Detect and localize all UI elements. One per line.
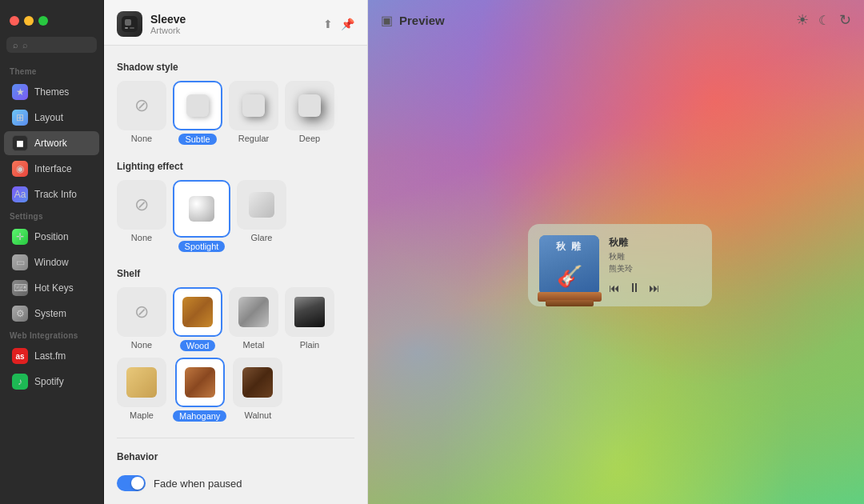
lighting-none-label: None [131, 233, 152, 242]
widget-artist: 熊美玲 [609, 263, 701, 274]
prev-icon[interactable]: ⏮ [609, 282, 620, 294]
sidebar-item-label: Themes [34, 86, 69, 98]
shelf-walnut-option[interactable]: Walnut [233, 358, 282, 422]
sidebar-item-themes[interactable]: ★ Themes [4, 80, 99, 104]
shelf-title: Shelf [117, 268, 354, 279]
sidebar-item-hotkeys[interactable]: ⌨ Hot Keys [4, 276, 99, 300]
sidebar-item-layout[interactable]: ⊞ Layout [4, 106, 99, 130]
artwork-icon: ◼ [12, 135, 28, 151]
preview-title: Preview [399, 14, 445, 27]
search-input[interactable] [22, 40, 90, 50]
svg-rect-3 [130, 27, 134, 29]
shelf-options: ⊘ None Wood Metal [117, 287, 354, 422]
close-button[interactable] [10, 16, 19, 26]
shelf-base [546, 300, 594, 306]
lighting-glare-box [237, 180, 286, 230]
shelf-maple-option[interactable]: Maple [117, 358, 166, 422]
shelf-row-1: ⊘ None Wood Metal [117, 287, 354, 351]
fade-when-paused-toggle[interactable] [117, 475, 146, 491]
next-icon[interactable]: ⏭ [649, 282, 660, 294]
shelf-plain-option[interactable]: Plain [285, 287, 334, 351]
spotify-icon: ♪ [12, 374, 28, 390]
shadow-subtle-label: Subtle [178, 134, 216, 145]
sidebar-item-position[interactable]: ✛ Position [4, 225, 99, 249]
panel-header-icons: ⬆ 📌 [323, 18, 354, 30]
settings-panel: Sleeve Artwork ⬆ 📌 Shadow style ⊘ None S… [104, 0, 368, 504]
shelf-wood-label: Wood [180, 340, 216, 351]
lighting-none-box: ⊘ [117, 180, 166, 230]
sidebar-item-label: Artwork [34, 138, 67, 149]
lighting-spotlight-label: Spotlight [178, 241, 226, 252]
shadow-style-options: ⊘ None Subtle Regular Deep [117, 81, 354, 145]
shadow-deep-option[interactable]: Deep [285, 81, 334, 145]
refresh-icon[interactable]: ↻ [839, 11, 851, 29]
glare-visual [249, 192, 274, 218]
behavior-title: Behavior [117, 451, 354, 462]
sidebar-item-label: System [34, 308, 66, 319]
shadow-none-box: ⊘ [117, 81, 166, 130]
shelf-none-option[interactable]: ⊘ None [117, 287, 166, 351]
shadow-none-label: None [131, 134, 152, 143]
preview-panel: ▣ Preview ☀ ☾ ↻ 秋 雕 🎸 秋雕 秋雕 熊美玲 ⏮ ⏸ [368, 0, 864, 504]
shadow-subtle-option[interactable]: Subtle [173, 81, 222, 145]
shadow-none-option[interactable]: ⊘ None [117, 81, 166, 145]
shelf-metal-box [229, 287, 278, 337]
sidebar-item-spotify[interactable]: ♪ Spotify [4, 370, 99, 394]
share-icon[interactable]: ⬆ [323, 18, 333, 30]
shadow-regular-option[interactable]: Regular [229, 81, 278, 145]
album-art-bg: 秋 雕 🎸 [539, 235, 599, 295]
app-subtitle: Artwork [150, 26, 186, 35]
settings-section-label: Settings [0, 207, 103, 224]
window-icon: ▭ [12, 254, 28, 270]
sidebar-item-window[interactable]: ▭ Window [4, 250, 99, 274]
shelf-metal-option[interactable]: Metal [229, 287, 278, 351]
shelf-mahogany-visual [185, 367, 215, 398]
shelf-mahogany-label: Mahogany [173, 410, 226, 422]
shadow-subtle-box [173, 81, 222, 130]
shelf-none-label: None [131, 340, 152, 350]
search-icon: ⌕ [13, 40, 18, 50]
preview-header-icons: ☀ ☾ ↻ [796, 11, 851, 29]
sidebar-item-trackinfo[interactable]: Aa Track Info [4, 182, 99, 206]
lighting-spotlight-box [173, 180, 230, 238]
search-bar[interactable]: ⌕ [6, 37, 97, 53]
shelf-mahogany-option[interactable]: Mahogany [173, 358, 226, 422]
sidebar-item-label: Track Info [34, 189, 77, 200]
shelf-wood-option[interactable]: Wood [173, 287, 222, 351]
svg-rect-1 [125, 19, 131, 26]
layout-icon: ⊞ [12, 110, 28, 126]
none-icon: ⊘ [134, 302, 149, 322]
none-icon: ⊘ [134, 95, 149, 116]
hotkeys-icon: ⌨ [12, 280, 28, 296]
shelf-metal-visual [238, 297, 269, 327]
lighting-glare-option[interactable]: Glare [237, 180, 286, 252]
shelf-none-box: ⊘ [117, 287, 166, 337]
lighting-none-option[interactable]: ⊘ None [117, 180, 166, 252]
maximize-button[interactable] [38, 16, 48, 26]
fade-when-paused-item: Fade when paused [117, 470, 354, 496]
shelf-metal-label: Metal [243, 340, 265, 350]
shadow-regular-visual [242, 94, 265, 117]
sidebar-item-label: Spotify [34, 376, 64, 387]
sidebar-item-artwork[interactable]: ◼ Artwork [4, 131, 99, 155]
shelf-plain-box [285, 287, 334, 337]
sidebar-item-label: Hot Keys [34, 282, 74, 294]
shadow-style-title: Shadow style [117, 62, 354, 73]
monitor-icon: ▣ [381, 13, 393, 28]
pin-icon[interactable]: 📌 [341, 18, 354, 30]
settings-content: Shadow style ⊘ None Subtle Regular [104, 46, 367, 504]
web-section-label: Web Integrations [0, 326, 103, 343]
sun-icon[interactable]: ☀ [796, 11, 809, 29]
sidebar-item-interface[interactable]: ◉ Interface [4, 157, 99, 181]
shelf-walnut-box [233, 358, 282, 407]
traffic-lights [0, 8, 103, 37]
app-icon [117, 11, 142, 37]
sidebar-item-system[interactable]: ⚙ System [4, 302, 99, 326]
trackinfo-icon: Aa [12, 186, 28, 202]
play-pause-icon[interactable]: ⏸ [628, 281, 641, 295]
sidebar-item-lastfm[interactable]: as Last.fm [4, 344, 99, 368]
lighting-spotlight-option[interactable]: Spotlight [173, 180, 230, 252]
minimize-button[interactable] [24, 16, 34, 26]
shelf-row-2: Maple Mahogany Walnut [117, 358, 354, 422]
moon-icon[interactable]: ☾ [818, 13, 830, 28]
